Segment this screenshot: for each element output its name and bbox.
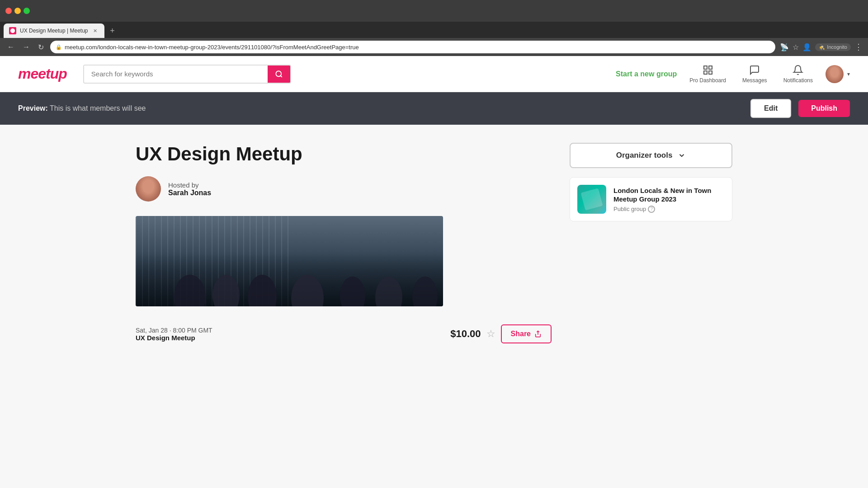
svg-point-7 xyxy=(212,275,240,306)
svg-point-10 xyxy=(340,277,365,306)
organizer-tools-label: Organizer tools xyxy=(616,151,673,160)
start-new-group-link[interactable]: Start a new group xyxy=(616,70,677,78)
preview-bar: Preview: This is what members will see E… xyxy=(0,92,868,125)
host-avatar xyxy=(136,176,161,202)
main-content: UX Design Meetup Hosted by Sarah Jonas xyxy=(118,125,750,351)
event-date-name: Sat, Jan 28 · 8:00 PM GMT UX Design Meet… xyxy=(136,327,212,342)
search-input[interactable] xyxy=(84,66,268,82)
svg-point-12 xyxy=(412,277,438,306)
svg-point-9 xyxy=(291,275,324,306)
preview-text: Preview: This is what members will see xyxy=(18,104,146,113)
tab-favicon xyxy=(9,27,16,34)
left-column: UX Design Meetup Hosted by Sarah Jonas xyxy=(136,143,552,351)
bookmark-icon[interactable]: ☆ xyxy=(793,43,799,52)
user-avatar-section[interactable]: ▾ xyxy=(826,65,850,83)
reload-button[interactable]: ↻ xyxy=(36,41,46,53)
browser-actions: 📡 ☆ 👤 🕵️ Incognito ⋮ xyxy=(780,42,863,52)
menu-icon[interactable]: ⋮ xyxy=(854,42,863,52)
event-date: Sat, Jan 28 · 8:00 PM GMT xyxy=(136,327,212,334)
cast-icon[interactable]: 📡 xyxy=(780,43,789,52)
close-button[interactable] xyxy=(5,8,12,14)
event-name-small: UX Design Meetup xyxy=(136,334,212,342)
messages-nav-item[interactable]: Messages xyxy=(739,63,771,85)
messages-label: Messages xyxy=(742,77,767,84)
host-info: Hosted by Sarah Jonas xyxy=(168,181,211,197)
preview-description: This is what members will see xyxy=(50,104,146,112)
hosted-by-label: Hosted by xyxy=(168,181,211,189)
group-icon xyxy=(577,185,606,214)
group-info: London Locals & New in Town Meetup Group… xyxy=(613,186,725,213)
notifications-label: Notifications xyxy=(783,77,813,84)
organizer-tools-button[interactable]: Organizer tools xyxy=(570,143,732,168)
minimize-button[interactable] xyxy=(14,8,21,14)
svg-line-1 xyxy=(280,75,282,77)
tab-title: UX Design Meetup | Meetup xyxy=(20,28,88,34)
host-name: Sarah Jonas xyxy=(168,189,211,197)
svg-point-8 xyxy=(248,275,277,306)
favorite-icon[interactable]: ☆ xyxy=(486,328,495,340)
search-button[interactable] xyxy=(268,66,290,83)
meetup-logo[interactable]: meetup xyxy=(18,66,67,82)
incognito-icon: 🕵️ xyxy=(819,44,825,50)
svg-rect-3 xyxy=(709,66,712,69)
event-price: $10.00 xyxy=(450,328,481,340)
svg-rect-2 xyxy=(704,66,707,69)
avatar-dropdown-arrow[interactable]: ▾ xyxy=(847,71,850,77)
lock-icon: 🔒 xyxy=(56,44,62,50)
profile-icon[interactable]: 👤 xyxy=(802,43,811,52)
svg-point-6 xyxy=(174,275,206,306)
incognito-badge: 🕵️ Incognito xyxy=(815,43,851,51)
browser-chrome xyxy=(0,0,868,22)
right-column: Organizer tools London Locals & New in T… xyxy=(570,143,732,351)
group-icon-inner xyxy=(581,188,603,211)
user-avatar[interactable] xyxy=(826,65,844,83)
window-controls xyxy=(5,8,30,14)
event-meta: Sat, Jan 28 · 8:00 PM GMT UX Design Meet… xyxy=(136,317,552,351)
pro-dashboard-nav-item[interactable]: Pro Dashboard xyxy=(686,63,730,85)
url-text: meetup.com/london-locals-new-in-town-mee… xyxy=(65,44,359,51)
meetup-navbar: meetup Start a new group Pro Dashboard M… xyxy=(0,56,868,92)
event-image xyxy=(136,216,443,306)
tab-bar: UX Design Meetup | Meetup ✕ + xyxy=(0,22,868,38)
preview-label: Preview: xyxy=(18,104,48,112)
active-tab[interactable]: UX Design Meetup | Meetup ✕ xyxy=(4,23,104,38)
svg-rect-4 xyxy=(704,71,707,74)
back-button[interactable]: ← xyxy=(5,41,16,53)
event-title: UX Design Meetup xyxy=(136,143,552,165)
share-button[interactable]: Share xyxy=(501,324,552,343)
notifications-nav-item[interactable]: Notifications xyxy=(780,63,816,85)
address-bar: ← → ↻ 🔒 meetup.com/london-locals-new-in-… xyxy=(0,38,868,56)
url-bar[interactable]: 🔒 meetup.com/london-locals-new-in-town-m… xyxy=(50,41,775,53)
svg-point-11 xyxy=(375,277,402,306)
new-tab-button[interactable]: + xyxy=(106,24,119,37)
share-label: Share xyxy=(511,330,531,338)
svg-rect-5 xyxy=(709,71,712,74)
pro-dashboard-label: Pro Dashboard xyxy=(689,77,726,84)
maximize-button[interactable] xyxy=(24,8,30,14)
search-bar xyxy=(83,65,291,84)
group-name: London Locals & New in Town Meetup Group… xyxy=(613,186,725,204)
incognito-label: Incognito xyxy=(827,44,847,50)
group-card: London Locals & New in Town Meetup Group… xyxy=(570,177,732,221)
host-section: Hosted by Sarah Jonas xyxy=(136,176,552,202)
tab-close-button[interactable]: ✕ xyxy=(92,27,99,34)
publish-button[interactable]: Publish xyxy=(798,100,850,117)
forward-button[interactable]: → xyxy=(21,41,32,53)
group-type-label: Public group xyxy=(613,206,646,212)
group-info-icon[interactable]: ? xyxy=(648,206,655,213)
event-actions: $10.00 ☆ Share xyxy=(450,324,552,343)
svg-point-0 xyxy=(276,71,281,76)
group-type: Public group ? xyxy=(613,206,725,213)
edit-button[interactable]: Edit xyxy=(750,99,791,118)
